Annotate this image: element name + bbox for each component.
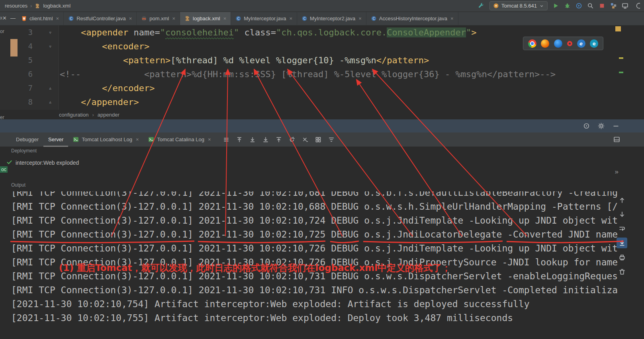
scrollbar-green-mark[interactable]: [619, 72, 623, 73]
close-icon[interactable]: ×: [129, 16, 132, 21]
monitor-button[interactable]: [622, 2, 628, 9]
gear-icon[interactable]: [598, 123, 605, 129]
tab-label: AccessHistoryInterceptor.java: [379, 16, 447, 21]
scrollend-icon[interactable]: [617, 238, 627, 248]
tool-stripe-fragment[interactable]: er: [0, 115, 4, 120]
tool-stripe-fragment[interactable]: x: [0, 15, 2, 21]
close-icon[interactable]: ×: [136, 136, 139, 142]
ie-browser-icon[interactable]: e: [577, 39, 585, 48]
opera-browser-icon[interactable]: [567, 41, 572, 46]
play-button[interactable]: [552, 2, 559, 9]
hamburger-icon[interactable]: [223, 136, 229, 143]
run-tab-tomcat-catalina-log[interactable]: Tomcat Catalina Log×: [143, 132, 215, 147]
editor-tab-restfulcontroller-java[interactable]: CRestfulController.java×: [64, 12, 137, 25]
edge-browser-icon[interactable]: e: [590, 39, 598, 48]
rerun-icon: [289, 136, 295, 143]
deployment-item-row[interactable]: interceptor:Web exploded: [6, 159, 79, 166]
fold-up-icon[interactable]: ▵: [49, 81, 52, 95]
arrow-down-icon[interactable]: [617, 209, 627, 220]
tool-stripe-fragment[interactable]: or: [0, 29, 4, 34]
editor-tab-accesshistoryinterceptor-java[interactable]: CAccessHistoryInterceptor.java×: [366, 12, 458, 25]
close-icon[interactable]: ×: [450, 16, 454, 21]
tab-label: MyInterceptor2.java: [310, 16, 355, 21]
debug-icon: [564, 2, 571, 9]
fold-down-icon[interactable]: ▿: [49, 39, 52, 53]
fold-up-icon[interactable]: ▵: [49, 95, 52, 109]
scrollbar-warning-mark[interactable]: [615, 26, 621, 31]
chevron-right-icon: ›: [30, 3, 32, 9]
editor-tab-myinterceptor2-java[interactable]: CMyInterceptor2.java×: [297, 12, 366, 25]
rerun-icon[interactable]: [289, 136, 295, 143]
editor-tab-client-html[interactable]: client.html×: [17, 12, 64, 25]
stop-button[interactable]: [599, 2, 605, 9]
import-icon[interactable]: [262, 136, 269, 143]
export-icon[interactable]: [236, 136, 243, 143]
console-line: [2021-11-30 10:02:10,755] Artifact inter…: [0, 311, 644, 325]
target-icon[interactable]: [583, 123, 590, 129]
editor-tab-logback-xml[interactable]: logback.xml×: [180, 12, 231, 25]
java-icon: C: [301, 16, 307, 21]
html-icon: [21, 16, 27, 21]
console-icon: [73, 136, 79, 142]
run-tab-debugger[interactable]: Debugger: [11, 132, 43, 147]
download-icon: [249, 136, 256, 143]
print-icon[interactable]: [617, 252, 627, 263]
tab-label: pom.xml: [149, 16, 169, 21]
chrome-browser-icon[interactable]: [528, 39, 536, 48]
close-icon[interactable]: ×: [223, 16, 227, 21]
run-tab-server[interactable]: Server: [43, 132, 68, 147]
editor-tab-myinterceptor-java[interactable]: CMyInterceptor.java×: [231, 12, 297, 25]
breadcrumb-file[interactable]: logback.xml: [43, 3, 70, 9]
grid-icon[interactable]: [315, 136, 321, 143]
softwrap-icon[interactable]: [617, 223, 627, 234]
circle-half-button[interactable]: [633, 2, 640, 9]
fold-down-icon[interactable]: ▿: [49, 25, 52, 39]
hamburger-icon: [223, 136, 229, 143]
circle-half-icon: [633, 2, 640, 9]
code-editor[interactable]: 3▿ <appender name="consoleheihei" class=…: [0, 25, 644, 110]
tool-stripe-fragment[interactable]: oc: [0, 166, 8, 173]
trash-icon: [619, 268, 626, 275]
close-icon[interactable]: ×: [358, 16, 362, 21]
upload-icon[interactable]: [276, 136, 282, 143]
download-icon[interactable]: [249, 136, 256, 143]
clear-run-icon[interactable]: [302, 136, 308, 143]
safari-browser-icon[interactable]: [554, 39, 562, 48]
code-line-7: 7▵ </encoder>: [0, 81, 644, 95]
layout-settings-icon[interactable]: [613, 136, 620, 144]
navigation-breadcrumb: resources › logback.xml: [2, 3, 70, 9]
close-icon[interactable]: ×: [56, 16, 59, 21]
profiler-button[interactable]: [575, 2, 582, 9]
stripe-minimize-icon[interactable]: —: [10, 15, 16, 21]
search-button[interactable]: [587, 2, 594, 9]
tab-label: client.html: [29, 16, 53, 21]
editor-tab-pom-xml[interactable]: mpom.xml×: [137, 12, 180, 25]
close-icon[interactable]: ×: [172, 16, 175, 21]
minimize-icon[interactable]: [613, 123, 619, 129]
line-number: 6: [0, 67, 33, 81]
structure-button[interactable]: [610, 2, 617, 9]
filter-icon[interactable]: [328, 136, 335, 143]
firefox-browser-icon[interactable]: [541, 39, 549, 48]
breadcrumb-root[interactable]: resources: [5, 3, 27, 9]
run-tab-tomcat-localhost-log[interactable]: Tomcat Localhost Log×: [68, 132, 143, 147]
wrench-icon[interactable]: [478, 2, 485, 9]
red-annotation-text: (1) 重启Tomcat，就可以发现，此时日志的格式就符合我们在logback.…: [59, 262, 451, 274]
more-chevron[interactable]: »: [615, 168, 618, 176]
debug-button[interactable]: [564, 2, 571, 9]
breadcrumb-appender[interactable]: appender: [98, 112, 119, 118]
scrollbar-yellow-mark[interactable]: [619, 57, 623, 59]
svg-text:m: m: [142, 16, 146, 21]
editor-tab-bar: client.html×CRestfulController.java×mpom…: [0, 12, 644, 25]
run-configuration-select[interactable]: Tomcat 8.5.641: [489, 1, 548, 10]
arrow-up-icon[interactable]: [617, 195, 627, 205]
monitor-icon: [622, 2, 628, 9]
trash-icon[interactable]: [617, 266, 627, 277]
breadcrumb-configuration[interactable]: configuration: [59, 112, 88, 118]
close-icon[interactable]: ×: [289, 16, 292, 21]
close-icon[interactable]: ×: [208, 136, 211, 142]
stop-icon: [599, 2, 605, 9]
stripe-close-icon[interactable]: ✕: [2, 15, 7, 21]
tab-label: Debugger: [16, 136, 39, 142]
xml-icon: [35, 3, 40, 9]
